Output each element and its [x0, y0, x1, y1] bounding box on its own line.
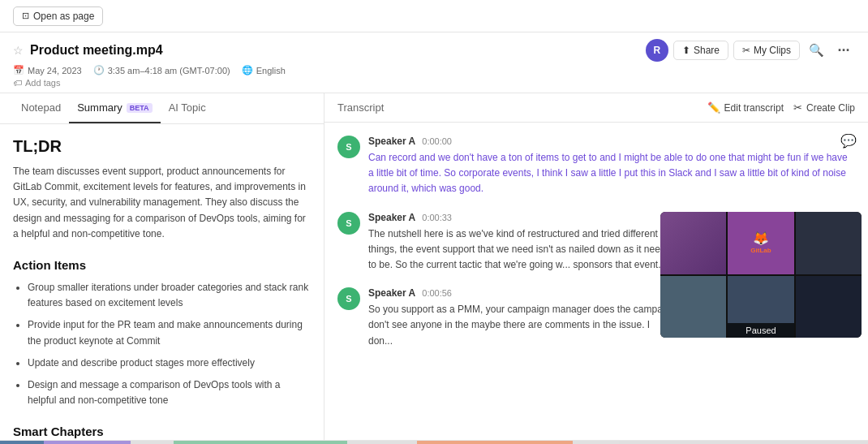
- transcript-message: S Speaker A 0:00:00 Can record and we do…: [337, 136, 855, 197]
- list-item: Group smaller iterations under broader c…: [28, 280, 311, 311]
- share-icon: ⬆: [682, 45, 690, 56]
- more-options-button[interactable]: ···: [832, 39, 855, 62]
- message-text: The nutshell here is as we've kind of re…: [368, 226, 675, 274]
- list-item: Provide input for the PR team and make a…: [28, 317, 311, 348]
- list-item: Design and message a comparison of DevOp…: [28, 377, 311, 408]
- video-cell: [660, 212, 726, 274]
- video-cell: 🦊 GitLab: [728, 212, 793, 274]
- video-cell: [796, 212, 862, 274]
- search-button[interactable]: 🔍: [805, 39, 827, 62]
- tab-notepad[interactable]: Notepad: [13, 93, 69, 123]
- scissors-icon: ✂: [742, 45, 750, 56]
- tldr-text: The team discusses event support, produc…: [13, 164, 311, 242]
- video-cell: [796, 276, 862, 338]
- beta-badge: BETA: [127, 103, 153, 113]
- tab-ai-topic[interactable]: AI Topic: [161, 93, 214, 123]
- calendar-icon: 📅: [13, 65, 24, 75]
- clock-icon: 🕐: [93, 65, 105, 75]
- speaker-name: Speaker A: [368, 287, 415, 299]
- message-timestamp: 0:00:33: [422, 213, 452, 222]
- progress-bar[interactable]: [0, 441, 868, 444]
- open-as-page-button[interactable]: ⊡ Open as page: [13, 6, 103, 26]
- speaker-name: Speaker A: [368, 136, 415, 147]
- edit-icon: ✏️: [707, 101, 720, 114]
- date-meta: 📅 May 24, 2023: [13, 65, 82, 75]
- message-text: So you support as a PMM, your campaign m…: [368, 302, 675, 349]
- transcript-label: Transcript: [337, 101, 384, 114]
- speaker-avatar: S: [337, 212, 360, 235]
- page-icon: ⊡: [22, 11, 29, 21]
- paused-label: Paused: [728, 323, 793, 338]
- video-overlay: 🦊 GitLab Paused: [660, 212, 862, 338]
- globe-icon: 🌐: [242, 65, 253, 75]
- smart-chapters-title: Smart Chapters: [13, 425, 311, 438]
- tldr-title: TL;DR: [13, 137, 311, 156]
- my-clips-button[interactable]: ✂ My Clips: [733, 41, 800, 60]
- star-icon[interactable]: ☆: [13, 44, 24, 57]
- list-item: Update and describe product stages more …: [28, 356, 311, 371]
- message-text: Can record and we don't have a ton of it…: [368, 150, 855, 197]
- page-title: Product meeting.mp4: [30, 43, 163, 58]
- share-button[interactable]: ⬆ Share: [673, 41, 728, 60]
- message-timestamp: 0:00:00: [422, 136, 452, 146]
- edit-transcript-button[interactable]: ✏️ Edit transcript: [707, 101, 784, 114]
- message-timestamp: 0:00:56: [422, 288, 452, 298]
- open-as-page-label: Open as page: [33, 11, 94, 22]
- time-meta: 🕐 3:35 am–4:18 am (GMT-07:00): [93, 65, 230, 75]
- tab-summary[interactable]: Summary BETA: [69, 93, 160, 123]
- clip-icon: ✂: [793, 101, 802, 114]
- speaker-name: Speaker A: [368, 212, 415, 223]
- language-meta: 🌐 English: [242, 65, 286, 75]
- add-tags[interactable]: 🏷 Add tags: [13, 78, 855, 88]
- action-items-title: Action Items: [13, 258, 311, 272]
- speaker-avatar: S: [337, 287, 360, 310]
- speaker-avatar: S: [337, 136, 360, 158]
- video-cell: [660, 276, 726, 338]
- video-cell: Paused: [728, 276, 793, 338]
- feedback-icon[interactable]: 💬: [837, 129, 860, 152]
- create-clip-button[interactable]: ✂ Create Clip: [793, 101, 855, 114]
- user-avatar[interactable]: R: [646, 39, 668, 62]
- tag-icon: 🏷: [13, 78, 22, 88]
- gitlab-logo: 🦊 GitLab: [750, 232, 771, 254]
